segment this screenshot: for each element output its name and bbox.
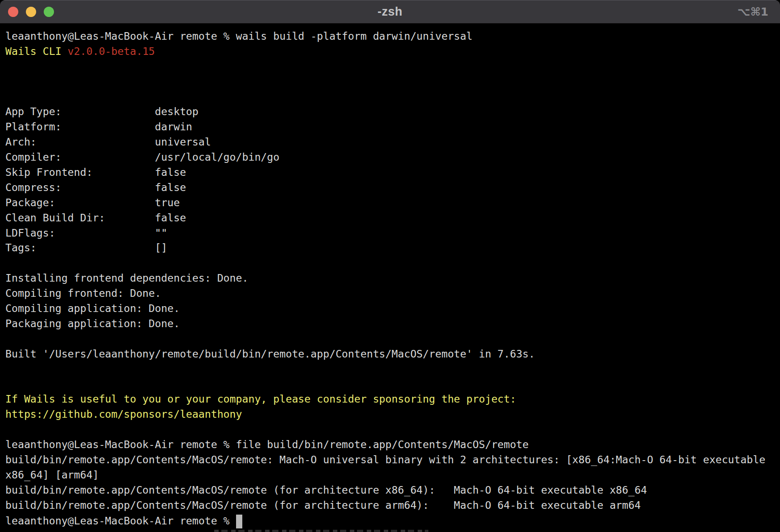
terminal-line: App Type: desktop bbox=[5, 104, 775, 119]
terminal-line: Compress: false bbox=[5, 180, 775, 195]
terminal-line: Package: true bbox=[5, 195, 775, 210]
terminal-text-segment: Package: true bbox=[5, 196, 180, 208]
terminal-line bbox=[5, 376, 775, 391]
terminal-line: leaanthony@Leas-MacBook-Air remote % bbox=[5, 513, 775, 528]
terminal-text-segment: Compiling application: Done. bbox=[5, 302, 180, 314]
terminal-text-segment: Tags: [] bbox=[5, 241, 167, 254]
terminal-line: Packaging application: Done. bbox=[5, 316, 775, 331]
terminal-output[interactable]: leaanthony@Leas-MacBook-Air remote % wai… bbox=[0, 24, 780, 532]
terminal-text-segment: https://github.com/sponsors/leaanthony bbox=[5, 408, 242, 420]
terminal-line: Clean Build Dir: false bbox=[5, 210, 775, 225]
terminal-text-segment: Platform: darwin bbox=[5, 121, 192, 133]
terminal-line: x86_64] [arm64] bbox=[5, 467, 775, 482]
terminal-text-segment: Clean Build Dir: false bbox=[5, 212, 186, 224]
terminal-line: leaanthony@Leas-MacBook-Air remote % wai… bbox=[5, 29, 775, 44]
terminal-line: Skip Frontend: false bbox=[5, 165, 775, 180]
terminal-text-segment: Compiling frontend: Done. bbox=[5, 287, 161, 299]
terminal-line bbox=[5, 362, 775, 377]
terminal-text-segment: App Type: desktop bbox=[5, 105, 199, 117]
terminal-line: Compiler: /usr/local/go/bin/go bbox=[5, 150, 775, 165]
terminal-line: Arch: universal bbox=[5, 134, 775, 150]
terminal-text-segment: LDFlags: "" bbox=[5, 227, 167, 239]
terminal-text-segment: v2.0.0-beta.15 bbox=[68, 45, 155, 57]
terminal-line: https://github.com/sponsors/leaanthony bbox=[5, 407, 775, 422]
terminal-text-segment: build/bin/remote.app/Contents/MacOS/remo… bbox=[5, 453, 765, 466]
terminal-lines: leaanthony@Leas-MacBook-Air remote % wai… bbox=[5, 29, 775, 528]
terminal-line bbox=[5, 89, 775, 104]
terminal-text-segment: Compress: false bbox=[5, 181, 186, 193]
terminal-cursor[interactable] bbox=[236, 515, 242, 528]
terminal-line: leaanthony@Leas-MacBook-Air remote % fil… bbox=[5, 437, 775, 452]
titlebar[interactable]: -zsh ⌥⌘1 bbox=[0, 0, 780, 24]
terminal-line: Installing frontend dependencies: Done. bbox=[5, 270, 775, 286]
terminal-text-segment: If Wails is useful to you or your compan… bbox=[5, 393, 516, 405]
terminal-line: build/bin/remote.app/Contents/MacOS/remo… bbox=[5, 482, 775, 498]
terminal-text-segment: Skip Frontend: false bbox=[5, 166, 186, 178]
window-title: -zsh bbox=[0, 5, 780, 19]
terminal-line: Platform: darwin bbox=[5, 119, 775, 134]
terminal-text-segment: Installing frontend dependencies: Done. bbox=[5, 272, 248, 284]
background-window-sliver bbox=[214, 530, 428, 532]
terminal-line: build/bin/remote.app/Contents/MacOS/remo… bbox=[5, 498, 775, 513]
close-button[interactable] bbox=[8, 7, 18, 17]
terminal-text-segment: leaanthony@Leas-MacBook-Air remote % fil… bbox=[5, 438, 529, 450]
terminal-window: -zsh ⌥⌘1 leaanthony@Leas-MacBook-Air rem… bbox=[0, 0, 780, 532]
terminal-line: Compiling application: Done. bbox=[5, 301, 775, 316]
terminal-line: Built '/Users/leaanthony/remote/build/bi… bbox=[5, 346, 775, 362]
terminal-line: Tags: [] bbox=[5, 240, 775, 255]
terminal-line: Wails CLI v2.0.0-beta.15 bbox=[5, 44, 775, 59]
terminal-text-segment: leaanthony@Leas-MacBook-Air remote % wai… bbox=[5, 30, 473, 42]
terminal-text-segment: leaanthony@Leas-MacBook-Air remote % bbox=[5, 515, 236, 527]
terminal-line: LDFlags: "" bbox=[5, 225, 775, 241]
terminal-text-segment: Packaging application: Done. bbox=[5, 317, 180, 329]
minimize-button[interactable] bbox=[26, 7, 36, 17]
terminal-text-segment: Wails CLI bbox=[5, 45, 68, 57]
terminal-line bbox=[5, 331, 775, 346]
terminal-line bbox=[5, 422, 775, 437]
terminal-text-segment: Arch: universal bbox=[5, 136, 211, 148]
terminal-line: If Wails is useful to you or your compan… bbox=[5, 391, 775, 407]
terminal-line bbox=[5, 255, 775, 270]
zoom-button[interactable] bbox=[44, 7, 54, 17]
terminal-text-segment: Compiler: /usr/local/go/bin/go bbox=[5, 151, 279, 163]
terminal-line: Compiling frontend: Done. bbox=[5, 286, 775, 301]
terminal-text-segment: build/bin/remote.app/Contents/MacOS/remo… bbox=[5, 499, 641, 511]
terminal-line: build/bin/remote.app/Contents/MacOS/remo… bbox=[5, 452, 775, 467]
terminal-text-segment: build/bin/remote.app/Contents/MacOS/remo… bbox=[5, 484, 647, 496]
terminal-text-segment: x86_64] [arm64] bbox=[5, 469, 99, 481]
traffic-lights bbox=[8, 0, 54, 24]
terminal-text-segment: Built '/Users/leaanthony/remote/build/bi… bbox=[5, 348, 535, 360]
terminal-line bbox=[5, 74, 775, 89]
terminal-line bbox=[5, 59, 775, 74]
window-shortcut-badge: ⌥⌘1 bbox=[738, 0, 768, 24]
